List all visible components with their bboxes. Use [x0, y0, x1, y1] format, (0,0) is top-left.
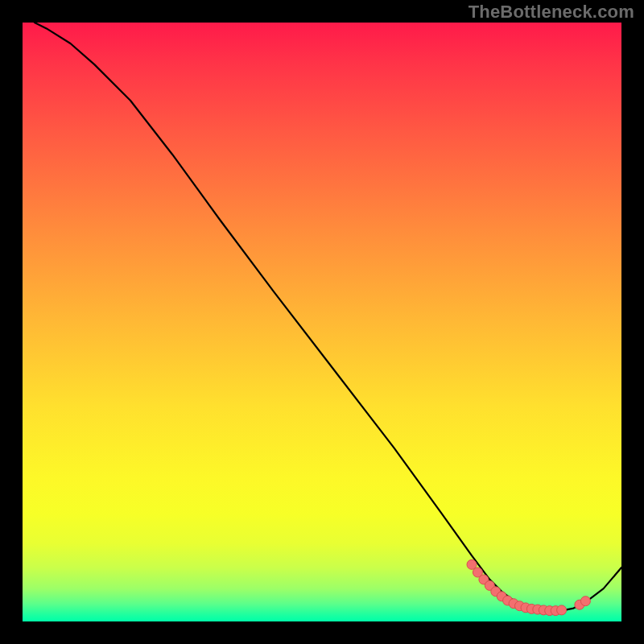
marker-dot — [580, 597, 590, 606]
marker-dot — [557, 605, 567, 615]
curve-svg — [23, 23, 621, 621]
optimal-range-markers — [467, 559, 590, 615]
bottleneck-curve — [35, 23, 621, 611]
watermark-text: TheBottleneck.com — [469, 2, 634, 23]
gradient-plot-area — [23, 23, 621, 621]
outer-frame: TheBottleneck.com — [0, 0, 644, 644]
